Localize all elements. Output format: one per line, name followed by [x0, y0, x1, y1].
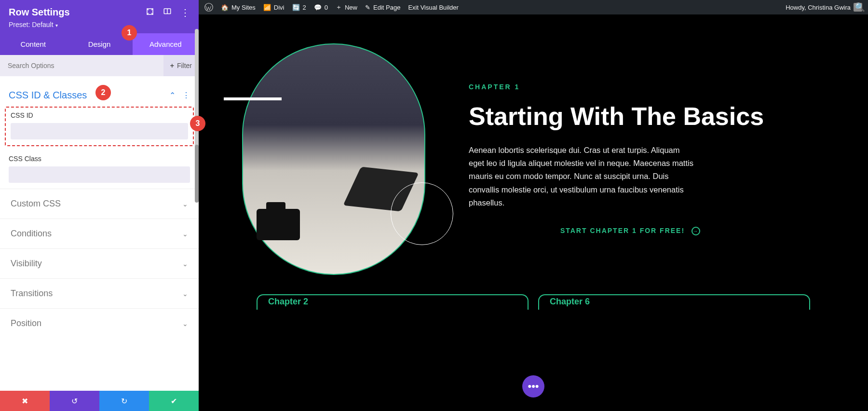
- comment-icon: 💬: [314, 4, 322, 11]
- chapter-label: CHAPTER 1: [469, 83, 825, 91]
- panel-title: Row Settings: [9, 7, 70, 18]
- accordion-label: Position: [11, 318, 41, 329]
- accordion-label: Transitions: [11, 288, 53, 299]
- undo-button[interactable]: ↺: [50, 391, 99, 411]
- panel-footer: ✖ ↺ ↻ ✔: [0, 391, 199, 411]
- css-id-input[interactable]: [11, 123, 188, 139]
- panel-tabs: Content Design Advanced: [0, 33, 199, 55]
- new-label: New: [345, 4, 357, 11]
- chevron-down-icon: ⌄: [182, 290, 188, 298]
- accordion-position[interactable]: Position ⌄: [0, 308, 199, 338]
- filter-button[interactable]: + Filter: [163, 55, 199, 76]
- divi-fab-button[interactable]: •••: [522, 375, 544, 397]
- cta-label: START CHAPTER 1 FOR FREE!: [560, 227, 685, 234]
- accordion-visibility[interactable]: Visibility ⌄: [0, 248, 199, 278]
- accordion-conditions[interactable]: Conditions ⌄: [0, 219, 199, 248]
- tab-advanced[interactable]: Advanced: [133, 33, 199, 55]
- css-class-input[interactable]: [9, 166, 190, 183]
- card-title: Chapter 6: [550, 297, 590, 307]
- howdy-link[interactable]: Howdy, Christina Gwira: [786, 3, 862, 12]
- hero-image: [242, 43, 425, 275]
- search-input[interactable]: [0, 55, 163, 76]
- chevron-up-icon[interactable]: ⌃: [169, 91, 176, 100]
- wp-logo-icon[interactable]: [204, 3, 213, 12]
- css-class-label: CSS Class: [9, 155, 190, 163]
- exit-builder-link[interactable]: Exit Visual Builder: [408, 4, 459, 11]
- edit-page-link[interactable]: ✎ Edit Page: [365, 4, 400, 11]
- camera-shape: [257, 209, 300, 240]
- chevron-down-icon: ⌄: [182, 200, 188, 208]
- mysites-link[interactable]: 🏠 My Sites: [221, 4, 256, 11]
- accordion-transitions[interactable]: Transitions ⌄: [0, 278, 199, 308]
- wp-admin-bar: 🏠 My Sites 📶 Divi 🔄 2 💬 0 ＋ New ✎ Edit P…: [199, 0, 868, 14]
- hero-heading: Starting With The Basics: [469, 102, 825, 131]
- search-row: + Filter: [0, 55, 199, 76]
- preset-dropdown[interactable]: Preset: Default: [9, 21, 190, 28]
- hero-row[interactable]: CHAPTER 1 Starting With The Basics Aenea…: [199, 14, 868, 294]
- row-settings-panel: Row Settings ⋮ Preset: Default Content D…: [0, 0, 199, 411]
- chevron-down-icon: ⌄: [182, 320, 188, 328]
- cta-link[interactable]: START CHAPTER 1 FOR FREE! →: [469, 227, 700, 235]
- kebab-icon[interactable]: ⋮: [180, 8, 190, 17]
- edit-label: Edit Page: [373, 4, 400, 11]
- house-icon: 🏠: [221, 4, 229, 11]
- accordion-label: Visibility: [11, 259, 42, 269]
- redo-button[interactable]: ↻: [99, 391, 149, 411]
- comments-link[interactable]: 💬 0: [314, 4, 328, 11]
- callout-3: 3: [190, 116, 205, 131]
- responsive-icon[interactable]: [163, 7, 172, 18]
- accordion-label: Custom CSS: [11, 199, 61, 209]
- chevron-down-icon: ⌄: [182, 260, 188, 268]
- mysites-label: My Sites: [231, 4, 256, 11]
- chevron-down-icon: ⌄: [182, 230, 188, 238]
- plus-icon: ＋: [336, 3, 342, 12]
- css-id-label: CSS ID: [11, 111, 188, 119]
- refresh-icon: 🔄: [292, 4, 300, 11]
- callout-1: 1: [122, 25, 137, 41]
- accordion-custom-css[interactable]: Custom CSS ⌄: [0, 189, 199, 219]
- hero-body: Aenean lobortis scelerisque dui. Cras ut…: [469, 144, 695, 209]
- site-label: Divi: [274, 4, 285, 11]
- panel-header: Row Settings ⋮ Preset: Default: [0, 0, 199, 33]
- pencil-icon: ✎: [365, 4, 370, 11]
- arrow-right-icon: →: [692, 227, 700, 235]
- updates-link[interactable]: 🔄 2: [292, 4, 306, 11]
- howdy-label: Howdy, Christina Gwira: [786, 4, 851, 11]
- section-title: CSS ID & Classes: [9, 90, 87, 101]
- kebab-icon[interactable]: ⋮: [182, 91, 190, 100]
- tab-content[interactable]: Content: [0, 33, 66, 55]
- ring-accent: [391, 182, 453, 245]
- chapter-card[interactable]: Chapter 2: [257, 294, 529, 310]
- callout-2: 2: [95, 85, 111, 100]
- panel-body: CSS ID & Classes ⌃ ⋮ CSS ID CSS Class Cu…: [0, 76, 199, 391]
- chapter-cards-row: Chapter 2 Chapter 6: [199, 294, 868, 310]
- css-class-field-block: CSS Class: [0, 153, 199, 189]
- confirm-button[interactable]: ✔: [149, 391, 199, 411]
- visual-builder-canvas: 🏠 My Sites 📶 Divi 🔄 2 💬 0 ＋ New ✎ Edit P…: [199, 0, 868, 411]
- card-title: Chapter 2: [268, 297, 308, 307]
- css-id-field-block: CSS ID: [5, 107, 194, 146]
- svg-point-3: [205, 3, 213, 12]
- cancel-button[interactable]: ✖: [0, 391, 50, 411]
- chapter-card[interactable]: Chapter 6: [538, 294, 810, 310]
- expand-icon[interactable]: [146, 7, 154, 18]
- plus-icon: +: [170, 62, 174, 69]
- accordion-label: Conditions: [11, 229, 52, 239]
- site-link[interactable]: 📶 Divi: [263, 4, 285, 11]
- scrollbar[interactable]: [195, 29, 199, 174]
- hero-text-column: CHAPTER 1 Starting With The Basics Aenea…: [469, 83, 825, 235]
- updates-count: 2: [303, 4, 306, 11]
- page-preview: CHAPTER 1 Starting With The Basics Aenea…: [199, 14, 868, 411]
- filter-label: Filter: [177, 62, 192, 69]
- new-link[interactable]: ＋ New: [336, 3, 357, 12]
- gauge-icon: 📶: [263, 4, 271, 11]
- search-icon[interactable]: 🔍: [854, 2, 865, 13]
- comments-count: 0: [325, 4, 328, 11]
